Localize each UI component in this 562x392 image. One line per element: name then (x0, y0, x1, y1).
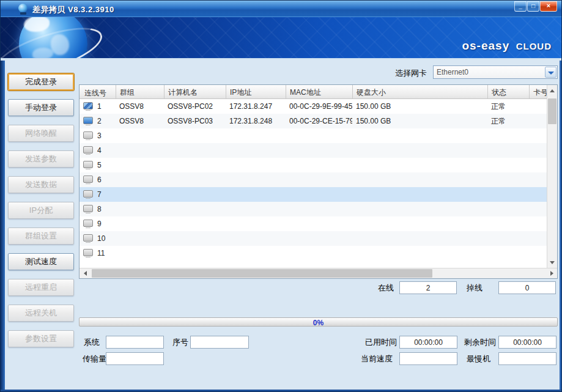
scroll-up-button[interactable] (547, 86, 557, 95)
connection-cell: 1 (79, 102, 116, 111)
table-row-4[interactable]: 4 (79, 143, 547, 158)
connection-number: 8 (97, 205, 102, 213)
column-header-2[interactable]: 群组 (116, 85, 164, 98)
table-row-10[interactable]: 10 (79, 231, 547, 246)
connection-cell: 7 (79, 190, 116, 199)
column-header-1[interactable]: 连线号 (79, 85, 116, 98)
window-border-left (1, 61, 5, 391)
sidebar: 完成登录手动登录网络唤醒发送参数发送数据IP分配群组设置测试速度远程重启远程关机… (8, 73, 74, 356)
remaining-time-field[interactable] (498, 336, 556, 349)
progress-bar: 0% (79, 317, 558, 327)
connection-number: 11 (97, 249, 105, 257)
online-count-field[interactable] (399, 281, 457, 294)
table-row-1[interactable]: 1OSSV8OSSV8-PC02172.31.8.24700-0C-29-9E-… (79, 99, 547, 114)
sidebar-button-11: 参数设置 (8, 330, 74, 347)
table-row-7[interactable]: 7 (79, 187, 547, 202)
scroll-left-icon (84, 271, 87, 276)
table-row-6[interactable]: 6 (79, 172, 547, 187)
vertical-scrollbar[interactable] (547, 85, 557, 268)
scroll-right-button[interactable] (547, 268, 556, 278)
monitor-online-icon (83, 117, 93, 124)
transfer-field[interactable] (106, 352, 164, 365)
sidebar-button-1[interactable]: 完成登录 (8, 73, 74, 91)
table-body: 1OSSV8OSSV8-PC02172.31.8.24700-0C-29-9E-… (79, 99, 547, 268)
titlebar[interactable]: 差异拷贝 V8.3.2.3910 _ □ × (1, 1, 561, 17)
table-row-11[interactable]: 11 (79, 246, 547, 261)
column-header-8[interactable]: 卡号 (529, 85, 547, 98)
elapsed-time-label: 已用时间 (365, 336, 397, 349)
sidebar-button-6: IP分配 (8, 202, 74, 219)
monitor-offline-icon (83, 146, 93, 153)
maximize-button[interactable]: □ (527, 1, 539, 12)
scroll-left-button[interactable] (80, 268, 90, 278)
connection-cell: 10 (79, 234, 116, 243)
column-header-6[interactable]: 硬盘大小 (352, 85, 487, 98)
elapsed-time-field[interactable] (399, 336, 457, 349)
offline-count-field[interactable] (498, 281, 556, 294)
connection-cell: 2 (79, 117, 116, 125)
connection-cell: 4 (79, 146, 116, 155)
column-header-4[interactable]: IP地址 (226, 85, 286, 98)
nic-selected-value: Ethernet0 (437, 68, 468, 76)
banner: os-easy CLOUD (1, 17, 561, 59)
brand-right: CLOUD (516, 41, 552, 51)
nic-select-dropdown[interactable]: Ethernet0 (433, 65, 558, 79)
horizontal-scrollbar[interactable] (79, 268, 557, 278)
monitor-offline-icon (83, 205, 93, 212)
vertical-scroll-thumb[interactable] (548, 98, 556, 124)
column-header-5[interactable]: MAC地址 (286, 85, 352, 98)
system-label: 系统 (84, 336, 100, 349)
offline-count-label: 掉线 (467, 281, 483, 294)
system-field[interactable] (106, 336, 164, 349)
window-title: 差异拷贝 V8.3.2.3910 (32, 4, 114, 15)
connection-number: 10 (97, 234, 105, 243)
dropdown-button[interactable] (545, 67, 556, 78)
sidebar-button-10: 远程关机 (8, 305, 74, 322)
slowest-machine-field[interactable] (498, 352, 556, 365)
sidebar-button-9: 远程重启 (8, 279, 74, 296)
online-count-label: 在线 (378, 281, 394, 294)
monitor-offline-icon (83, 234, 93, 242)
table-row-5[interactable]: 5 (79, 158, 547, 172)
horizontal-scroll-thumb[interactable] (92, 269, 432, 278)
group-cell: OSSV8 (116, 117, 164, 125)
monitor-offline-icon (83, 220, 93, 227)
column-header-7[interactable]: 状态 (487, 85, 529, 98)
sidebar-button-2[interactable]: 手动登录 (8, 99, 74, 116)
connection-number: 9 (97, 220, 102, 228)
connection-number: 5 (97, 161, 102, 169)
table-row-9[interactable]: 9 (79, 216, 547, 231)
sidebar-button-5: 发送数据 (8, 176, 74, 193)
table-row-3[interactable]: 3 (79, 128, 547, 143)
main-area: 完成登录手动登录网络唤醒发送参数发送数据IP分配群组设置测试速度远程重启远程关机… (1, 61, 561, 391)
table-row-2[interactable]: 2OSSV8OSSV8-PC03172.31.8.24800-0C-29-CE-… (79, 114, 547, 128)
close-button[interactable]: × (540, 1, 557, 12)
connection-number: 6 (97, 176, 102, 184)
serial-field[interactable] (190, 336, 249, 349)
table-header-row: 连线号群组计算机名IP地址MAC地址硬盘大小状态卡号 (79, 85, 547, 99)
sidebar-button-8[interactable]: 测试速度 (8, 253, 74, 270)
monitor-offline-icon (83, 131, 93, 139)
status-cell: 正常 (487, 116, 529, 127)
table-row-8[interactable]: 8 (79, 202, 547, 216)
monitor-offline-icon (83, 176, 93, 183)
nic-select-label: 选择网卡 (395, 68, 427, 79)
column-header-3[interactable]: 计算机名 (164, 85, 226, 98)
monitor-offline-icon (83, 190, 93, 198)
connection-cell: 9 (79, 220, 116, 228)
scroll-up-icon (550, 89, 555, 92)
current-speed-label: 当前速度 (361, 352, 393, 365)
current-speed-field[interactable] (399, 352, 457, 365)
connection-cell: 6 (79, 176, 116, 184)
minimize-button[interactable]: _ (514, 1, 527, 12)
connection-cell: 5 (79, 161, 116, 169)
brand-left: os-easy (462, 39, 509, 52)
mac-cell: 00-0C-29-CE-15-79 (286, 117, 352, 125)
chevron-down-icon (548, 72, 554, 75)
serial-label: 序号 (172, 336, 188, 349)
remaining-time-label: 剩余时间 (464, 336, 496, 349)
connection-number: 7 (97, 190, 102, 199)
monitor-offline-icon (83, 161, 93, 168)
ip-cell: 172.31.8.247 (226, 102, 286, 111)
scroll-down-button[interactable] (547, 257, 557, 267)
